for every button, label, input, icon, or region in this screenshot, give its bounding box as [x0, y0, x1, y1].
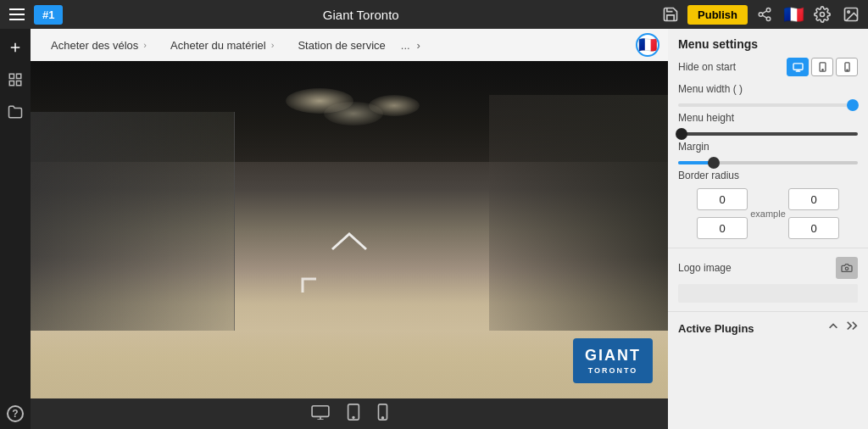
menu-width-slider-track[interactable]	[678, 103, 858, 107]
hide-on-start-label: Hide on start	[678, 61, 736, 73]
desktop-device-icon[interactable]	[311, 404, 330, 424]
navigate-up-arrow[interactable]	[328, 231, 370, 257]
right-panel: Menu settings Hide on start	[668, 29, 868, 429]
panorama-viewport[interactable]: GIANT TORONTO	[31, 61, 668, 398]
border-radius-tr-input[interactable]	[788, 188, 839, 210]
light-3	[324, 102, 383, 125]
giant-city-text: TORONTO	[585, 366, 641, 375]
tab-1[interactable]: #1	[34, 5, 63, 25]
logo-image-section: Logo image	[668, 248, 868, 312]
sidebar-home-icon[interactable]	[3, 36, 27, 59]
nav-flag-circle[interactable]: 🇫🇷	[636, 33, 659, 57]
giant-logo-overlay: GIANT TORONTO	[573, 338, 653, 383]
page-title: Giant Toronto	[68, 8, 654, 22]
svg-line-3	[762, 15, 766, 18]
margin-slider-track[interactable]	[678, 161, 858, 164]
bottom-toolbar	[31, 398, 668, 429]
mobile-device-icon[interactable]	[377, 404, 388, 425]
svg-line-4	[762, 11, 766, 14]
logo-preview-area	[678, 284, 858, 303]
menu-height-label: Menu height	[678, 112, 858, 124]
panel-title: Menu settings	[678, 37, 858, 51]
border-radius-tr-wrap	[770, 188, 858, 210]
svg-point-7	[848, 11, 850, 13]
menu-width-slider-container	[678, 100, 858, 112]
nav-item-service[interactable]: Station de service	[286, 29, 397, 61]
nav-item-velos[interactable]: Acheter des vélos ›	[39, 29, 159, 61]
menu-height-thumb[interactable]	[676, 128, 687, 140]
svg-rect-13	[17, 81, 21, 86]
border-radius-br-wrap	[770, 217, 858, 239]
svg-point-28	[845, 267, 848, 270]
nav-item-materiel[interactable]: Acheter du matériel ›	[159, 29, 286, 61]
margin-label: Margin	[678, 141, 858, 153]
top-bar-actions: Publish 🇫🇷	[659, 3, 863, 26]
menu-width-label: Menu width ( )	[678, 83, 858, 95]
margin-slider-container	[678, 158, 858, 170]
menu-height-slider-container	[678, 129, 858, 141]
main-area: Acheter des vélos › Acheter du matériel …	[0, 29, 868, 429]
language-flag[interactable]: 🇫🇷	[782, 3, 805, 26]
active-plugins-label: Active Plugins	[678, 322, 754, 335]
svg-rect-10	[9, 74, 14, 78]
menu-settings-section: Menu settings Hide on start	[668, 29, 868, 248]
border-radius-tl-wrap	[678, 188, 766, 210]
image-icon[interactable]	[839, 3, 863, 26]
center-content: Acheter des vélos › Acheter du matériel …	[31, 29, 668, 429]
logo-image-label: Logo image	[678, 262, 732, 274]
margin-thumb[interactable]	[708, 157, 720, 169]
border-radius-tl-input[interactable]	[697, 188, 748, 210]
settings-icon[interactable]	[810, 3, 834, 26]
svg-rect-14	[312, 405, 329, 416]
svg-rect-21	[793, 63, 803, 69]
navigation-bar: Acheter des vélos › Acheter du matériel …	[31, 29, 668, 61]
menu-width-thumb[interactable]	[847, 99, 859, 111]
hide-on-start-toggles	[787, 58, 858, 76]
panorama-inner: GIANT TORONTO	[31, 61, 668, 398]
nav-arrow-2: ›	[271, 40, 275, 50]
border-radius-label: Border radius	[678, 170, 858, 181]
share-icon[interactable]	[753, 3, 776, 26]
sidebar-folder-icon[interactable]	[3, 100, 27, 124]
plugin-expand-icon[interactable]	[846, 320, 858, 336]
svg-point-18	[353, 416, 354, 418]
toggle-tablet[interactable]	[811, 58, 833, 76]
svg-point-0	[766, 8, 771, 13]
giant-brand-text: GIANT	[585, 347, 641, 365]
border-radius-example: example	[750, 209, 786, 219]
nav-arrow-1: ›	[143, 40, 147, 50]
border-radius-br-input[interactable]	[788, 217, 839, 239]
svg-rect-12	[9, 81, 14, 86]
active-plugins-row: Active Plugins	[668, 312, 868, 344]
border-radius-bl-input[interactable]	[697, 217, 748, 239]
toggle-desktop[interactable]	[787, 58, 809, 76]
border-radius-grid: example	[678, 188, 858, 239]
svg-point-27	[846, 70, 847, 70]
nav-chevron-icon[interactable]: ›	[414, 39, 424, 52]
svg-point-20	[381, 416, 383, 418]
svg-point-1	[759, 13, 763, 17]
tablet-device-icon[interactable]	[347, 404, 360, 425]
sidebar-grid-icon[interactable]	[3, 68, 27, 92]
svg-point-2	[766, 17, 771, 21]
hide-on-start-row: Hide on start	[678, 58, 858, 76]
save-icon[interactable]	[659, 3, 682, 26]
help-section: ?	[0, 398, 31, 429]
plugin-collapse-icon[interactable]	[827, 320, 839, 336]
nav-more-dots[interactable]: ...	[398, 39, 414, 52]
navigate-corner-mark[interactable]	[299, 276, 323, 304]
publish-button[interactable]: Publish	[687, 5, 748, 25]
svg-point-5	[821, 13, 825, 17]
top-bar: #1 Giant Toronto Publish 🇫🇷	[0, 0, 868, 29]
toggle-mobile[interactable]	[836, 58, 858, 76]
left-sidebar	[0, 29, 31, 429]
plugin-icons	[827, 320, 858, 336]
hamburger-menu-icon[interactable]	[5, 3, 29, 26]
logo-image-row: Logo image	[678, 257, 858, 279]
menu-height-slider-track[interactable]	[678, 132, 858, 136]
logo-browse-button[interactable]	[836, 257, 858, 279]
help-icon[interactable]: ?	[7, 405, 24, 422]
svg-point-25	[821, 70, 822, 70]
border-radius-bl-wrap	[678, 217, 766, 239]
svg-rect-11	[17, 74, 21, 78]
